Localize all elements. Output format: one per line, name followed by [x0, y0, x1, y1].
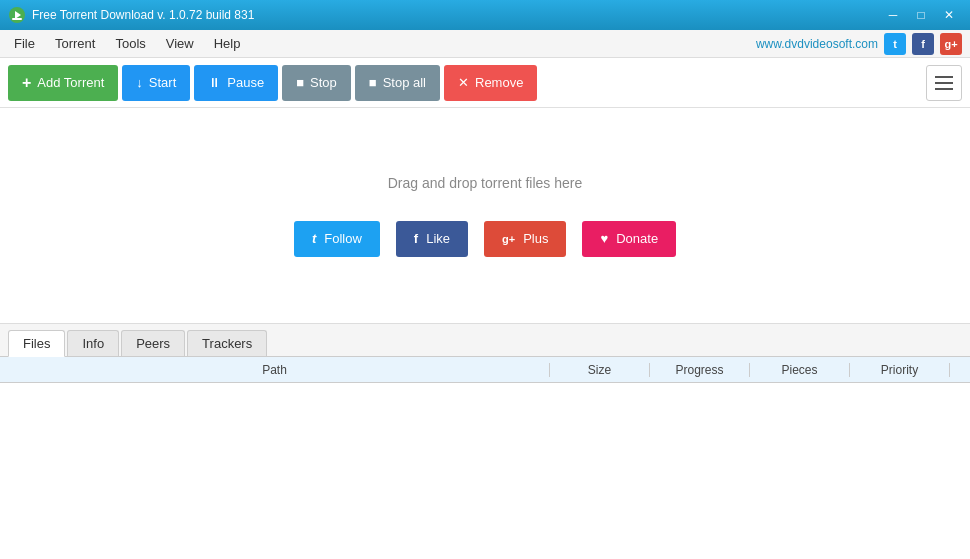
menu-tools[interactable]: Tools [105, 32, 155, 55]
drag-drop-text: Drag and drop torrent files here [388, 175, 583, 191]
twitter-icon: t [312, 231, 316, 246]
facebook-icon: f [414, 231, 418, 246]
stop-all-button[interactable]: ■ Stop all [355, 65, 440, 101]
col-path: Path [0, 363, 550, 377]
hamburger-line-3 [935, 88, 953, 90]
title-bar: Free Torrent Download v. 1.0.72 build 83… [0, 0, 970, 30]
stop-icon: ■ [296, 75, 304, 90]
menu-right: www.dvdvideosoft.com t f g+ [756, 33, 966, 55]
menu-file[interactable]: File [4, 32, 45, 55]
col-pieces: Pieces [750, 363, 850, 377]
minimize-button[interactable]: ─ [880, 4, 906, 26]
heart-icon: ♥ [600, 231, 608, 246]
menu-help[interactable]: Help [204, 32, 251, 55]
toolbar: + Add Torrent ↓ Start ⏸ Pause ■ Stop ■ S… [0, 58, 970, 108]
stop-all-icon: ■ [369, 75, 377, 90]
bottom-panel: Files Info Peers Trackers Path Size Prog… [0, 324, 970, 559]
menu-bar: File Torrent Tools View Help www.dvdvide… [0, 30, 970, 58]
maximize-button[interactable]: □ [908, 4, 934, 26]
pause-button[interactable]: ⏸ Pause [194, 65, 278, 101]
start-icon: ↓ [136, 75, 143, 90]
googleplus-menu-icon[interactable]: g+ [940, 33, 962, 55]
app-icon [8, 6, 26, 24]
col-progress: Progress [650, 363, 750, 377]
like-button[interactable]: f Like [396, 221, 468, 257]
tab-info[interactable]: Info [67, 330, 119, 356]
menu-view[interactable]: View [156, 32, 204, 55]
social-buttons: t Follow f Like g+ Plus ♥ Donate [294, 221, 676, 257]
table-body [0, 383, 970, 559]
dvd-link[interactable]: www.dvdvideosoft.com [756, 37, 878, 51]
add-torrent-button[interactable]: + Add Torrent [8, 65, 118, 101]
table-header: Path Size Progress Pieces Priority [0, 357, 970, 383]
title-text: Free Torrent Download v. 1.0.72 build 83… [32, 8, 880, 22]
donate-button[interactable]: ♥ Donate [582, 221, 676, 257]
main-content: Drag and drop torrent files here t Follo… [0, 108, 970, 324]
start-button[interactable]: ↓ Start [122, 65, 190, 101]
remove-icon: ✕ [458, 75, 469, 90]
googleplus-icon: g+ [502, 233, 515, 245]
svg-rect-2 [12, 18, 22, 20]
follow-button[interactable]: t Follow [294, 221, 380, 257]
tab-peers[interactable]: Peers [121, 330, 185, 356]
table-container: Path Size Progress Pieces Priority [0, 357, 970, 559]
remove-button[interactable]: ✕ Remove [444, 65, 537, 101]
hamburger-line-1 [935, 76, 953, 78]
stop-button[interactable]: ■ Stop [282, 65, 351, 101]
menu-torrent[interactable]: Torrent [45, 32, 105, 55]
hamburger-line-2 [935, 82, 953, 84]
col-size: Size [550, 363, 650, 377]
window-controls: ─ □ ✕ [880, 4, 962, 26]
plus-button[interactable]: g+ Plus [484, 221, 566, 257]
close-button[interactable]: ✕ [936, 4, 962, 26]
tabs: Files Info Peers Trackers [0, 324, 970, 357]
col-priority: Priority [850, 363, 950, 377]
facebook-menu-icon[interactable]: f [912, 33, 934, 55]
add-icon: + [22, 74, 31, 92]
pause-icon: ⏸ [208, 75, 221, 90]
tab-trackers[interactable]: Trackers [187, 330, 267, 356]
twitter-menu-icon[interactable]: t [884, 33, 906, 55]
hamburger-button[interactable] [926, 65, 962, 101]
tab-files[interactable]: Files [8, 330, 65, 357]
